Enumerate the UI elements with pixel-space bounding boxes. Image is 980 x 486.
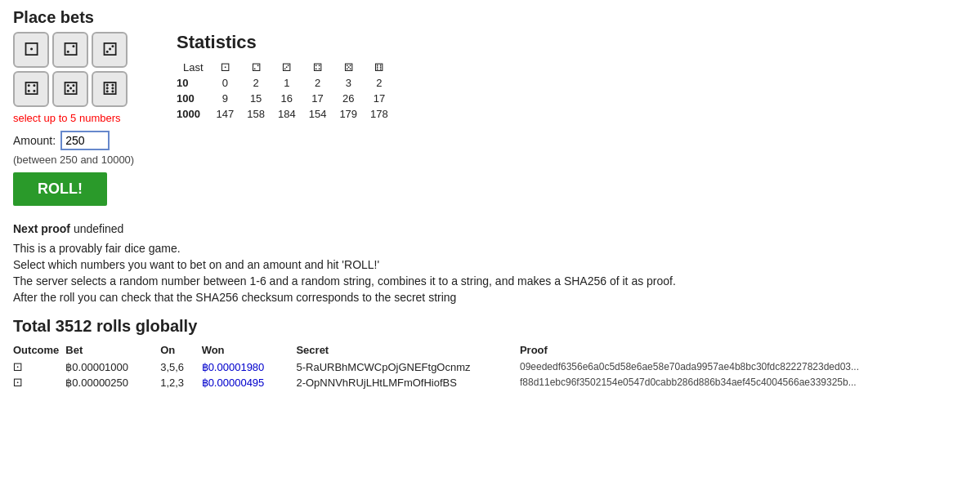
history-col-header: Secret: [296, 342, 520, 359]
info-line: After the roll you can check that the SH…: [13, 291, 967, 304]
history-col-header: On: [160, 342, 201, 359]
stats-die-5-header: ⚄: [333, 60, 364, 75]
won-cell: ฿0.00001980: [202, 359, 297, 375]
stats-cell: 154: [302, 106, 333, 122]
stats-cell: 17: [364, 91, 395, 106]
die-6[interactable]: ⚅: [92, 71, 128, 107]
next-proof-text: undefined: [74, 222, 124, 235]
stats-die-4-header: ⚃: [302, 60, 333, 75]
table-row: ⚀฿0.000002501,2,3฿0.000004952-OpNNVhRUjL…: [13, 375, 967, 390]
table-row: ⚀฿0.000010003,5,6฿0.000019805-RaURBhMCWC…: [13, 359, 967, 375]
stats-die-1-header: ⚀: [210, 60, 241, 75]
total-rolls-title: Total 3512 rolls globally: [13, 317, 967, 336]
history-col-header: Outcome: [13, 342, 65, 359]
won-cell: ฿0.00000495: [202, 375, 297, 390]
stats-cell: 2: [240, 75, 271, 91]
info-line: The server selects a random number betwe…: [13, 274, 967, 288]
die-3[interactable]: ⚂: [92, 32, 128, 68]
proof-cell: f88d11ebc96f3502154e0547d0cabb286d886b34…: [520, 375, 967, 390]
select-hint: select up to 5 numbers: [13, 112, 144, 124]
on-cell: 1,2,3: [160, 375, 201, 390]
page-title: Place bets: [13, 8, 967, 27]
amount-range-hint: (between 250 and 10000): [13, 154, 144, 166]
statistics-table: Last ⚀ ⚁ ⚂ ⚃ ⚄ ⚅ 10021232100915161726171…: [177, 60, 395, 122]
stats-cell: 147: [210, 106, 241, 122]
history-col-header: Won: [202, 342, 297, 359]
dice-selector: ⚀ ⚁ ⚂ ⚃ ⚄ ⚅: [13, 32, 144, 107]
stats-cell: 2: [364, 75, 395, 91]
stats-cell: 184: [271, 106, 302, 122]
info-lines: This is a provably fair dice game.Select…: [13, 242, 967, 304]
stats-cell: 1: [271, 75, 302, 91]
stats-row-label: 100: [177, 91, 210, 106]
history-col-header: Proof: [520, 342, 967, 359]
stats-cell: 178: [364, 106, 395, 122]
amount-input[interactable]: [60, 131, 110, 150]
die-2[interactable]: ⚁: [52, 32, 88, 68]
die-1[interactable]: ⚀: [13, 32, 49, 68]
stats-cell: 17: [302, 91, 333, 106]
proof-cell: 09eededf6356e6a0c5d58e6ae58e70ada9957ae4…: [520, 359, 967, 375]
stats-cell: 3: [333, 75, 364, 91]
stats-last-header: Last: [177, 60, 210, 75]
statistics-title: Statistics: [177, 32, 405, 53]
stats-die-2-header: ⚁: [240, 60, 271, 75]
stats-row-label: 10: [177, 75, 210, 91]
stats-die-3-header: ⚂: [271, 60, 302, 75]
stats-cell: 16: [271, 91, 302, 106]
outcome-cell: ⚀: [13, 359, 65, 375]
stats-cell: 2: [302, 75, 333, 91]
stats-cell: 15: [240, 91, 271, 106]
stats-cell: 26: [333, 91, 364, 106]
roll-button[interactable]: ROLL!: [13, 172, 107, 206]
stats-cell: 9: [210, 91, 241, 106]
stats-cell: 158: [240, 106, 271, 122]
stats-cell: 179: [333, 106, 364, 122]
next-proof-line: Next proof undefined: [13, 222, 967, 235]
amount-label: Amount:: [13, 134, 56, 147]
on-cell: 3,5,6: [160, 359, 201, 375]
outcome-cell: ⚀: [13, 375, 65, 390]
history-col-header: Bet: [65, 342, 160, 359]
secret-cell: 2-OpNNVhRUjLHtLMFmOfHiofBS: [296, 375, 520, 390]
secret-cell: 5-RaURBhMCWCpOjGNEFtgOcnmz: [296, 359, 520, 375]
die-5[interactable]: ⚄: [52, 71, 88, 107]
stats-cell: 0: [210, 75, 241, 91]
stats-row-label: 1000: [177, 106, 210, 122]
history-table: OutcomeBetOnWonSecretProof ⚀฿0.000010003…: [13, 342, 967, 390]
next-proof-label: Next proof: [13, 222, 70, 235]
info-line: This is a provably fair dice game.: [13, 242, 967, 255]
die-4[interactable]: ⚃: [13, 71, 49, 107]
info-line: Select which numbers you want to bet on …: [13, 258, 967, 271]
bet-cell: ฿0.00000250: [65, 375, 160, 390]
bet-cell: ฿0.00001000: [65, 359, 160, 375]
stats-die-6-header: ⚅: [364, 60, 395, 75]
